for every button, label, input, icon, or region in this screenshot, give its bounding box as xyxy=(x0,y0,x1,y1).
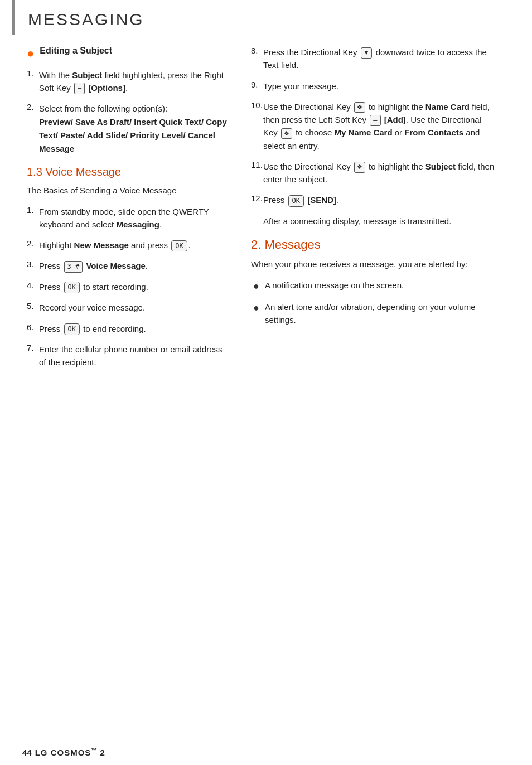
header-bar: MESSAGING xyxy=(0,0,532,35)
content-area: ● Editing a Subject 1. With the Subject … xyxy=(0,35,532,560)
editing-subject-bullet: ● Editing a Subject xyxy=(27,46,229,62)
voice-step-5-num: 5. xyxy=(27,301,39,311)
dir-key-down: ▼ xyxy=(361,47,373,58)
voice-step-7-text: Enter the cellular phone number or email… xyxy=(39,343,229,369)
voice-step-5: 5. Record your voice message. xyxy=(27,301,229,314)
right-step-12-text: Press OK [SEND]. xyxy=(263,193,338,206)
right-step-9-num: 9. xyxy=(251,80,263,89)
right-step-11-num: 11. xyxy=(251,160,263,170)
voice-step-5-text: Record your voice message. xyxy=(39,301,145,314)
page: MESSAGING ● Editing a Subject 1. With th… xyxy=(0,0,532,765)
options-block: Preview/ Save As Draft/ Insert Quick Tex… xyxy=(39,117,227,153)
right-step-8: 8. Press the Directional Key ▼ downward … xyxy=(251,46,496,72)
step-2: 2. Select from the following option(s): … xyxy=(27,102,229,155)
footer-page-number: 44 xyxy=(22,748,32,757)
step-2-num: 2. xyxy=(27,102,39,112)
after-send-text: After a connecting display, message is t… xyxy=(263,215,496,227)
voice-message-section-heading: 1.3 Voice Message xyxy=(27,166,229,178)
right-step-10: 10. Use the Directional Key ❖ to highlig… xyxy=(251,100,496,152)
voice-step-7-num: 7. xyxy=(27,343,39,352)
three-hash-key: 3 # xyxy=(64,261,83,273)
voice-step-3-num: 3. xyxy=(27,259,39,269)
footer-model: 2 xyxy=(100,748,105,757)
right-column: 8. Press the Directional Key ▼ downward … xyxy=(240,40,513,560)
messages-bullet-2: ● An alert tone and/or vibration, depend… xyxy=(251,301,496,327)
footer-brand: LG COSMOS™ 2 xyxy=(35,747,105,757)
right-step-11-text: Use the Directional Key ❖ to highlight t… xyxy=(263,160,496,186)
right-soft-key-icon: — xyxy=(74,83,85,94)
step-2-text: Select from the following option(s): Pre… xyxy=(39,102,229,155)
right-step-9: 9. Type your message. xyxy=(251,80,496,93)
messages-bullet-2-text: An alert tone and/or vibration, dependin… xyxy=(265,301,496,327)
left-column: ● Editing a Subject 1. With the Subject … xyxy=(0,40,240,560)
ok-key-2: OK xyxy=(171,240,187,252)
voice-step-4: 4. Press OK to start recording. xyxy=(27,280,229,293)
step-1-num: 1. xyxy=(27,69,39,78)
right-step-11: 11. Use the Directional Key ❖ to highlig… xyxy=(251,160,496,186)
voice-intro: The Basics of Sending a Voice Message xyxy=(27,184,229,197)
page-title: MESSAGING xyxy=(22,10,144,29)
dir-key-10: ❖ xyxy=(354,102,365,113)
voice-step-4-num: 4. xyxy=(27,280,39,290)
right-step-10-num: 10. xyxy=(251,100,263,110)
voice-step-3: 3. Press 3 # Voice Message. xyxy=(27,259,229,272)
voice-step-1-text: From standby mode, slide open the QWERTY… xyxy=(39,205,229,231)
dir-key-11: ❖ xyxy=(354,162,365,172)
ok-key-4: OK xyxy=(64,282,80,293)
dir-key-10b: ❖ xyxy=(281,128,292,139)
footer-brand-name: LG COSMOS xyxy=(35,748,91,757)
voice-step-1: 1. From standby mode, slide open the QWE… xyxy=(27,205,229,231)
messages-bullet-1-text: A notification message on the screen. xyxy=(265,279,404,292)
ok-key-12: OK xyxy=(288,195,304,207)
footer-tm: ™ xyxy=(91,747,97,753)
messages-section-heading: 2. Messages xyxy=(251,238,496,252)
right-step-9-text: Type your message. xyxy=(263,80,338,93)
ok-key-6: OK xyxy=(64,323,80,335)
right-step-12-num: 12. xyxy=(251,193,263,203)
left-accent-bar xyxy=(12,0,15,35)
voice-step-6-num: 6. xyxy=(27,322,39,332)
editing-subject-title: Editing a Subject xyxy=(40,46,112,56)
sub-bullet-dot-2: ● xyxy=(253,301,259,316)
voice-step-6: 6. Press OK to end recording. xyxy=(27,322,229,335)
messages-bullet-1: ● A notification message on the screen. xyxy=(251,279,496,294)
right-step-10-text: Use the Directional Key ❖ to highlight t… xyxy=(263,100,496,152)
voice-step-2: 2. Highlight New Message and press OK. xyxy=(27,239,229,251)
step-1: 1. With the Subject field highlighted, p… xyxy=(27,69,229,95)
voice-step-2-text: Highlight New Message and press OK. xyxy=(39,239,191,251)
voice-step-3-text: Press 3 # Voice Message. xyxy=(39,259,148,272)
right-step-8-text: Press the Directional Key ▼ downward twi… xyxy=(263,46,496,72)
voice-step-2-num: 2. xyxy=(27,239,39,248)
voice-step-4-text: Press OK to start recording. xyxy=(39,280,148,293)
bullet-dot-1: ● xyxy=(27,46,34,62)
right-step-12: 12. Press OK [SEND]. xyxy=(251,193,496,206)
voice-step-7: 7. Enter the cellular phone number or em… xyxy=(27,343,229,369)
sub-bullet-dot-1: ● xyxy=(253,279,259,294)
voice-step-1-num: 1. xyxy=(27,205,39,215)
left-soft-key-10: — xyxy=(370,115,380,127)
footer: 44 LG COSMOS™ 2 xyxy=(0,739,532,765)
voice-step-6-text: Press OK to end recording. xyxy=(39,322,146,335)
right-step-8-num: 8. xyxy=(251,46,263,55)
step-1-text: With the Subject field highlighted, pres… xyxy=(39,69,229,95)
messages-intro: When your phone receives a message, you … xyxy=(251,258,496,271)
